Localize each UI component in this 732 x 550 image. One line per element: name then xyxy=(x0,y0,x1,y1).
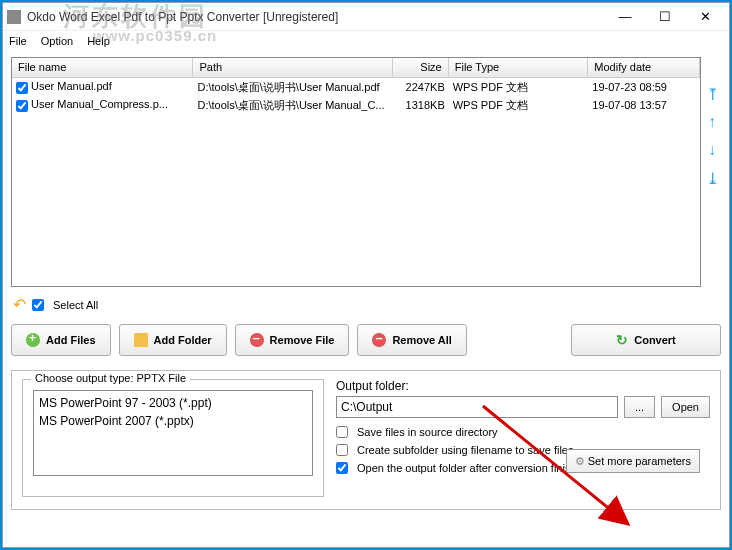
cell-size: 2247KB xyxy=(393,80,449,94)
selectall-arrow-icon: ↶ xyxy=(13,295,26,314)
output-type-legend: Choose output type: PPTX File xyxy=(31,372,190,384)
col-filetype[interactable]: File Type xyxy=(449,58,589,77)
table-row[interactable]: User Manual.pdf D:\tools\桌面\说明书\User Man… xyxy=(12,78,700,96)
cell-type: WPS PDF 文档 xyxy=(449,79,589,96)
table-header: File name Path Size File Type Modify dat… xyxy=(12,58,700,78)
cell-filename: User Manual.pdf xyxy=(31,80,112,92)
cell-date: 19-07-08 13:57 xyxy=(588,98,700,112)
convert-icon: ↻ xyxy=(616,332,628,348)
move-up-icon[interactable]: ↑ xyxy=(703,113,721,131)
cell-path: D:\tools\桌面\说明书\User Manual.pdf xyxy=(193,79,392,96)
add-files-button[interactable]: Add Files xyxy=(11,324,111,356)
cell-date: 19-07-23 08:59 xyxy=(588,80,700,94)
move-down-icon[interactable]: ↓ xyxy=(703,141,721,159)
save-in-source-checkbox[interactable] xyxy=(336,426,348,438)
menu-option[interactable]: Option xyxy=(41,35,73,47)
col-filename[interactable]: File name xyxy=(12,58,193,77)
titlebar: 河东软件园 www.pc0359.cn Okdo Word Excel Pdf … xyxy=(3,3,729,31)
remove-file-button[interactable]: Remove File xyxy=(235,324,350,356)
row-checkbox[interactable] xyxy=(16,100,28,112)
cell-size: 1318KB xyxy=(393,98,449,112)
set-more-parameters-button[interactable]: ⚙ Set more parameters xyxy=(566,449,700,473)
move-top-icon[interactable]: ⤒ xyxy=(703,85,721,103)
application-window: 河东软件园 www.pc0359.cn Okdo Word Excel Pdf … xyxy=(2,2,730,548)
remove-all-button[interactable]: Remove All xyxy=(357,324,467,356)
add-folder-button[interactable]: Add Folder xyxy=(119,324,227,356)
output-folder-label: Output folder: xyxy=(336,379,710,393)
output-type-list[interactable]: MS PowerPoint 97 - 2003 (*.ppt) MS Power… xyxy=(33,390,313,476)
col-path[interactable]: Path xyxy=(193,58,392,77)
cell-path: D:\tools\桌面\说明书\User Manual_C... xyxy=(193,97,392,114)
reorder-buttons: ⤒ ↑ ↓ ⤓ xyxy=(703,85,721,187)
col-modifydate[interactable]: Modify date xyxy=(588,58,700,77)
table-row[interactable]: User Manual_Compress.p... D:\tools\桌面\说明… xyxy=(12,96,700,114)
lower-panel: Choose output type: PPTX File MS PowerPo… xyxy=(11,370,721,510)
maximize-button[interactable]: ☐ xyxy=(645,4,685,30)
cell-type: WPS PDF 文档 xyxy=(449,97,589,114)
create-subfolder-checkbox[interactable] xyxy=(336,444,348,456)
list-item[interactable]: MS PowerPoint 97 - 2003 (*.ppt) xyxy=(37,394,309,412)
create-subfolder-label: Create subfolder using filename to save … xyxy=(357,444,573,456)
open-folder-button[interactable]: Open xyxy=(661,396,710,418)
table-body: User Manual.pdf D:\tools\桌面\说明书\User Man… xyxy=(12,78,700,114)
col-size[interactable]: Size xyxy=(393,58,449,77)
close-button[interactable]: ✕ xyxy=(685,4,725,30)
minus-icon xyxy=(250,333,264,347)
save-in-source-label: Save files in source directory xyxy=(357,426,498,438)
window-title: Okdo Word Excel Pdf to Ppt Pptx Converte… xyxy=(27,10,605,24)
app-icon xyxy=(7,10,21,24)
plus-icon xyxy=(26,333,40,347)
menu-help[interactable]: Help xyxy=(87,35,110,47)
move-bottom-icon[interactable]: ⤓ xyxy=(703,169,721,187)
select-all-checkbox[interactable] xyxy=(32,299,44,311)
file-table: File name Path Size File Type Modify dat… xyxy=(11,57,701,287)
browse-button[interactable]: ... xyxy=(624,396,655,418)
select-all-label: Select All xyxy=(53,299,98,311)
menu-file[interactable]: File xyxy=(9,35,27,47)
open-after-label: Open the output folder after conversion … xyxy=(357,462,589,474)
output-folder-input[interactable] xyxy=(336,396,618,418)
minimize-button[interactable]: — xyxy=(605,4,645,30)
minus-icon xyxy=(372,333,386,347)
list-item[interactable]: MS PowerPoint 2007 (*.pptx) xyxy=(37,412,309,430)
gear-icon: ⚙ xyxy=(575,455,585,467)
cell-filename: User Manual_Compress.p... xyxy=(31,98,168,110)
folder-icon xyxy=(134,333,148,347)
menubar: File Option Help xyxy=(3,31,729,51)
row-checkbox[interactable] xyxy=(16,82,28,94)
convert-button[interactable]: ↻Convert xyxy=(571,324,721,356)
open-after-checkbox[interactable] xyxy=(336,462,348,474)
